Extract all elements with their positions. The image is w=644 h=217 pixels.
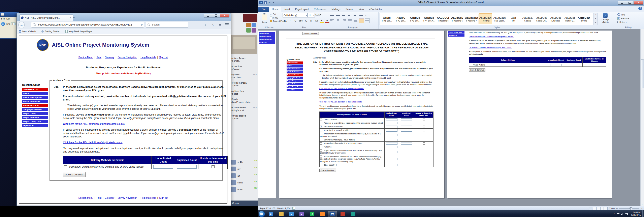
- duplicated-input[interactable]: [401, 129, 412, 132]
- unduplicated-input[interactable]: [386, 122, 398, 124]
- style-chip[interactable]: AaBbCc T H4 Sec.H...: [422, 13, 436, 24]
- document-scrollbar[interactable]: ▲ ▼: [640, 29, 644, 206]
- word-titlebar[interactable]: W ↶ ↷ OPMS_Closeout_Survey_Screenshots.d…: [258, 0, 644, 6]
- feed-notification[interactable]: er commented ursing's post. 22m: [232, 106, 257, 112]
- ribbon-tab[interactable]: File: [258, 7, 269, 12]
- maximize-button[interactable]: [212, 14, 220, 17]
- find-label[interactable]: Find: [6, 23, 10, 25]
- menu-icon[interactable]: [225, 23, 228, 26]
- question-guide-item[interactable]: Target Audience: [22, 116, 48, 119]
- unduplicated-input[interactable]: [386, 134, 398, 136]
- unduplicated-input[interactable]: [386, 126, 398, 128]
- show-paragraph-marks-button[interactable]: ¶: [365, 13, 370, 18]
- taskbar-icon-spotify[interactable]: ♫: [307, 211, 317, 217]
- feed-app-tile[interactable]: [246, 28, 251, 32]
- underline-button[interactable]: U: [293, 19, 298, 22]
- unduplicated-input[interactable]: [386, 151, 398, 153]
- unable-checkbox[interactable]: [422, 146, 425, 148]
- help-icon[interactable]: ?: [638, 7, 642, 10]
- bookmark-help-desk[interactable]: Help Desk Login Page: [66, 30, 92, 33]
- delivery-method-checkbox[interactable]: ✓: [64, 165, 67, 168]
- zoom-in-icon[interactable]: +: [641, 207, 642, 210]
- question-guide-item[interactable]: Audience Count: [22, 104, 48, 107]
- search-icon[interactable]: [148, 23, 150, 26]
- style-chip[interactable]: AaBbCcDt T Normal: [478, 13, 492, 24]
- scrollbar-thumb[interactable]: [641, 59, 644, 88]
- volume-icon[interactable]: [625, 213, 628, 215]
- action-center-icon[interactable]: [617, 213, 620, 215]
- ribbon-tab[interactable]: eDocPrinter: [366, 7, 384, 12]
- feed-person-row[interactable]: shkin now: [230, 179, 258, 186]
- bookmark-star-icon[interactable]: ★: [218, 23, 222, 26]
- nav-link[interactable]: Print: [93, 56, 102, 59]
- ribbon-tab[interactable]: Page Layout: [292, 7, 311, 12]
- question-guide-item[interactable]: Geographic Reach: [22, 108, 48, 111]
- bold-button[interactable]: B: [282, 19, 287, 22]
- style-chip[interactable]: AaBbCcL Subtle Em...: [535, 13, 548, 24]
- unduplicated-definition-link[interactable]: Click here for the AISL definition of un…: [63, 122, 125, 126]
- duplicated-input[interactable]: [401, 126, 412, 128]
- footer-nav-link[interactable]: Survey Navigation: [114, 197, 137, 199]
- feed-photo-thumbnail[interactable]: [243, 14, 257, 22]
- taskbar-icon-media-player[interactable]: ▸: [286, 211, 296, 217]
- row-checkbox[interactable]: [470, 64, 472, 66]
- taskbar-icon-photo-viewer[interactable]: ●: [297, 211, 306, 217]
- home-icon[interactable]: ⌂: [210, 23, 215, 26]
- nav-link[interactable]: Section Menu: [78, 56, 93, 59]
- menu-edit[interactable]: Edit: [6, 17, 10, 20]
- feed-notification[interactable]: Pando d on Penny's photo.: [232, 98, 257, 103]
- zoom-level[interactable]: 110%: [609, 207, 614, 210]
- unduplicated-input[interactable]: [386, 158, 398, 160]
- proofing-icon[interactable]: [292, 207, 295, 210]
- align-right-button[interactable]: [341, 18, 346, 23]
- duplicated-input[interactable]: [401, 142, 412, 145]
- url-input[interactable]: [37, 23, 140, 26]
- tab-close-icon[interactable]: [69, 16, 72, 19]
- background-window-titlebar[interactable]: [0, 12, 19, 17]
- unable-checkbox[interactable]: [422, 129, 425, 131]
- taskbar-icon-word[interactable]: W: [328, 211, 337, 217]
- site-identity-icon[interactable]: [33, 23, 36, 26]
- search-input[interactable]: [152, 23, 188, 26]
- question-guide-item[interactable]: Public Audiences: [22, 100, 48, 103]
- maximize-button[interactable]: [626, 1, 634, 5]
- scroll-up-icon[interactable]: ▲: [640, 29, 644, 32]
- url-bar[interactable]: [31, 22, 144, 27]
- feed-notification[interactable]: an likes Tom 's post.: [232, 90, 257, 95]
- taskbar-icon-firefox[interactable]: [317, 211, 327, 217]
- start-button[interactable]: [258, 211, 265, 217]
- unable-checkbox[interactable]: [422, 134, 425, 136]
- feed-notification[interactable]: acher likes st's post.: [232, 65, 257, 70]
- back-button[interactable]: ←: [18, 22, 25, 28]
- taskbar-icon-messenger[interactable]: [348, 211, 358, 217]
- duplicated-input[interactable]: [401, 134, 412, 136]
- feed-app-tile[interactable]: [246, 23, 251, 27]
- style-chip[interactable]: AaBbC T H2-Sec...: [394, 13, 408, 24]
- style-chip[interactable]: AaBbI T H1-Sec...: [380, 13, 394, 24]
- ribbon-tab[interactable]: Home: [269, 7, 281, 12]
- zoom-slider[interactable]: [619, 208, 639, 209]
- view-buttons[interactable]: [589, 207, 608, 210]
- feed-person-row[interactable]: ray now: [230, 166, 258, 172]
- style-chip[interactable]: AaBbCcL Emphasis: [549, 13, 563, 24]
- styles-gallery-scroll[interactable]: ▲▼▼: [594, 13, 598, 25]
- feed-photo[interactable]: [231, 35, 257, 54]
- ribbon-tab[interactable]: View: [356, 7, 367, 12]
- change-styles-button[interactable]: A Change Styles: [599, 13, 612, 23]
- highlight-color-button[interactable]: ab: [320, 18, 324, 23]
- question-guide-item[interactable]: Status Description: [22, 96, 48, 99]
- row-checkbox[interactable]: [320, 142, 322, 145]
- minimize-button[interactable]: [618, 1, 626, 5]
- unable-checkbox[interactable]: [422, 126, 425, 128]
- ribbon-tab[interactable]: Mailings: [329, 7, 343, 12]
- duplicated-input[interactable]: [401, 164, 412, 166]
- find-button[interactable]: Find: [618, 13, 629, 16]
- question-guide-item[interactable]: Target Group: [22, 112, 48, 115]
- bookmark-getting-started[interactable]: Getting Started: [42, 30, 60, 32]
- scroll-down-icon[interactable]: ▼: [640, 203, 644, 206]
- footer-nav-link[interactable]: Sign out: [156, 197, 168, 199]
- footer-nav-link[interactable]: Help Materials: [137, 197, 156, 199]
- close-button[interactable]: [634, 1, 643, 5]
- other-specify-input[interactable]: [336, 164, 350, 166]
- row-checkbox[interactable]: [320, 146, 322, 148]
